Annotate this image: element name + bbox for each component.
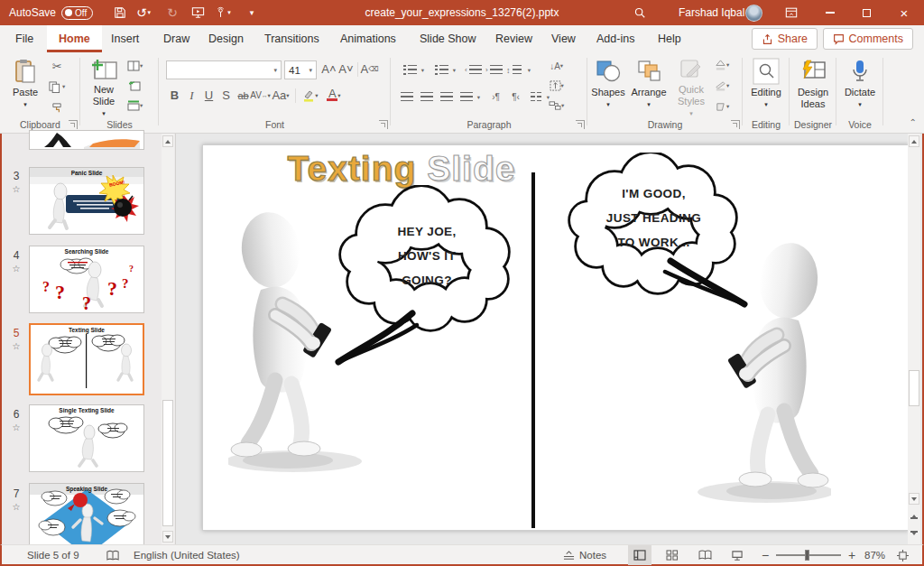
slide-layout-icon[interactable]: ▾ <box>127 58 143 74</box>
bullets-button[interactable]: ▾ <box>402 61 419 79</box>
maximize-button[interactable] <box>852 0 881 25</box>
zoom-level[interactable]: 87% <box>864 545 885 565</box>
align-text-button[interactable]: ▾ <box>549 78 564 94</box>
zoom-slider[interactable] <box>776 545 841 565</box>
shape-fill-icon[interactable]: ▾ <box>715 57 729 73</box>
grow-font-button[interactable]: A˄ <box>320 60 337 78</box>
tab-animations[interactable]: Animations <box>328 25 408 52</box>
shapes-button[interactable]: Shapes ▾ <box>589 56 627 119</box>
drawing-dialog-launcher[interactable] <box>731 120 740 129</box>
font-dialog-launcher[interactable] <box>379 120 388 129</box>
redo-button[interactable]: ↻ <box>162 0 182 25</box>
cut-icon[interactable]: ✂ <box>49 58 65 74</box>
align-left-button[interactable] <box>398 88 415 106</box>
slide-sorter-view-button[interactable] <box>661 545 684 565</box>
character-spacing-button[interactable]: AV↔▾ <box>252 87 269 104</box>
font-color-button[interactable]: A▾ <box>322 87 346 104</box>
convert-to-smartart-button[interactable]: ▾ <box>549 97 564 114</box>
rtl-direction-button[interactable]: ¶‹ <box>507 88 524 106</box>
highlight-color-button[interactable]: ▾ <box>299 87 322 104</box>
tab-view[interactable]: View <box>540 25 587 52</box>
touch-mouse-mode-button[interactable]: ▾ <box>213 0 233 25</box>
tab-draw[interactable]: Draw <box>152 25 201 52</box>
zoom-out-button[interactable]: − <box>762 545 769 565</box>
start-slideshow-icon[interactable] <box>188 0 208 25</box>
comments-button[interactable]: Comments <box>823 28 913 50</box>
arrange-button[interactable]: Arrange ▾ <box>629 56 669 119</box>
normal-view-button[interactable] <box>628 545 651 565</box>
strikethrough-button[interactable]: ab <box>235 87 252 104</box>
share-button[interactable]: Share <box>752 28 818 50</box>
account-name[interactable]: Farshad Iqbal <box>679 0 744 25</box>
shape-outline-icon[interactable]: ▾ <box>715 78 729 94</box>
previous-slide-button[interactable] <box>909 511 919 523</box>
scroll-down-button[interactable] <box>162 531 173 543</box>
undo-button[interactable]: ↺▾ <box>134 0 153 25</box>
paragraph-dialog-launcher[interactable] <box>576 120 585 129</box>
tab-help[interactable]: Help <box>646 25 693 52</box>
scrollbar-thumb[interactable] <box>162 400 173 526</box>
language-indicator[interactable]: English (United States) <box>134 545 240 565</box>
notes-button[interactable]: Notes <box>563 545 606 565</box>
thumbnail-slide-2-partial[interactable] <box>29 130 144 150</box>
zoom-in-button[interactable]: + <box>848 545 855 565</box>
thumbnail-slide-5-selected[interactable]: Texting Slide <box>29 323 144 395</box>
numbering-button[interactable]: ▾ <box>433 61 450 79</box>
dictate-button[interactable]: Dictate ▾ <box>840 56 880 119</box>
text-direction-button[interactable]: ↓A▾ <box>549 58 564 74</box>
thumbnail-slide-3[interactable]: BOOM! Panic Slide <box>29 167 144 235</box>
line-spacing-button[interactable]: ↕▾ <box>508 61 525 79</box>
editing-button[interactable]: Editing ▾ <box>746 56 786 119</box>
reading-view-button[interactable] <box>693 545 716 565</box>
scroll-up-button[interactable] <box>909 135 919 147</box>
tab-transitions[interactable]: Transitions <box>253 25 331 52</box>
tab-addins[interactable]: Add-ins <box>585 25 646 52</box>
shape-effects-icon[interactable]: ▾ <box>715 98 729 115</box>
format-painter-icon[interactable] <box>49 99 65 116</box>
tab-file[interactable]: File <box>4 25 45 52</box>
scroll-up-button[interactable] <box>162 135 173 147</box>
customize-qat-button[interactable]: ▾ <box>242 0 262 25</box>
slide-title[interactable]: Texting Slide <box>203 149 600 189</box>
copy-icon[interactable]: ▾ <box>49 79 65 95</box>
close-button[interactable]: × <box>890 0 919 25</box>
thumbnail-slide-6[interactable]: Single Texting Slide <box>29 404 144 472</box>
slideshow-view-button[interactable] <box>725 545 749 565</box>
scrollbar-thumb[interactable] <box>909 370 919 406</box>
ltr-direction-button[interactable]: ›¶ <box>487 88 504 106</box>
minimize-button[interactable] <box>816 0 845 25</box>
tab-insert[interactable]: Insert <box>99 25 151 52</box>
center-divider-line[interactable] <box>531 172 535 528</box>
thumbnail-scrollbar[interactable] <box>162 134 174 544</box>
clear-formatting-button[interactable]: A⌫ <box>361 60 378 78</box>
decrease-indent-button[interactable]: ‹ <box>467 61 484 79</box>
autosave-toggle[interactable]: AutoSave Off <box>9 0 93 25</box>
font-name-combobox[interactable]: ▾ <box>166 60 282 79</box>
design-ideas-button[interactable]: Design Ideas <box>791 56 835 119</box>
justify-button[interactable]: ▾ <box>457 88 475 106</box>
thumbnail-slide-4[interactable]: ? ? ? ? ? ? Searching Slide <box>29 246 144 313</box>
scroll-down-button[interactable] <box>909 493 919 505</box>
tab-home[interactable]: Home <box>47 25 102 52</box>
slide-indicator[interactable]: Slide 5 of 9 <box>27 545 79 565</box>
quick-styles-button[interactable]: Quick Styles ▾ <box>670 56 712 119</box>
increase-indent-button[interactable]: › <box>487 61 504 79</box>
collapse-ribbon-button[interactable]: ⌃ <box>910 117 917 127</box>
shrink-font-button[interactable]: A˅ <box>337 60 355 78</box>
new-slide-button[interactable]: New Slide ▾ <box>84 56 124 119</box>
search-icon[interactable] <box>630 0 650 25</box>
save-icon[interactable] <box>110 0 130 25</box>
reset-slide-icon[interactable] <box>127 78 143 94</box>
section-icon[interactable]: ▾ <box>127 97 143 114</box>
tab-design[interactable]: Design <box>197 25 255 52</box>
change-case-button[interactable]: Aa▾ <box>269 87 292 104</box>
columns-button[interactable]: ▾ <box>527 88 544 106</box>
bold-button[interactable]: B <box>166 87 183 104</box>
editor-scrollbar[interactable] <box>908 134 920 544</box>
slide-canvas[interactable]: Texting Slide <box>202 144 909 531</box>
avatar[interactable] <box>745 0 762 25</box>
tab-slideshow[interactable]: Slide Show <box>408 25 488 52</box>
ribbon-display-options-button[interactable] <box>781 0 801 25</box>
fit-to-window-button[interactable] <box>897 545 909 565</box>
zoom-slider-thumb[interactable] <box>805 550 809 561</box>
